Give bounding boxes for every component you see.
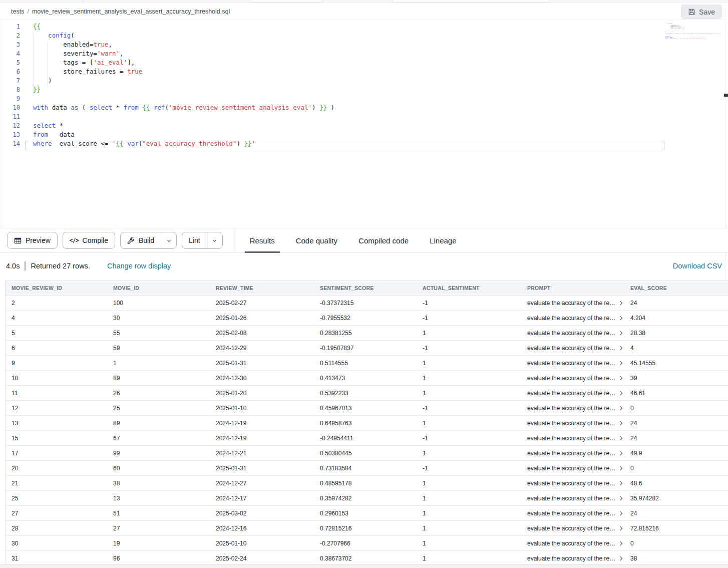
chevron-right-icon[interactable] [618,361,622,365]
file-header-bar: tests / movie_review_sentiment_analysis_… [0,3,728,20]
chevron-right-icon[interactable] [618,556,622,560]
table-cell: 1 [417,510,521,517]
table-row: 12252025-01-100.45967013-1evaluate the a… [6,401,728,416]
prompt-cell[interactable]: evaluate the accuracy of the res… [521,420,624,427]
prompt-cell[interactable]: evaluate the accuracy of the res… [521,345,624,352]
chevron-right-icon[interactable] [618,376,622,380]
table-header-row: MOVIE_REVIEW_ID MOVIE_ID REVIEW_TIME SEN… [6,280,728,296]
table-cell: 1 [417,375,521,382]
table-row: 30192025-01-10-0.27079661evaluate the ac… [6,536,728,551]
table-cell: 1 [417,450,521,457]
chevron-right-icon[interactable] [618,406,622,410]
prompt-cell[interactable]: evaluate the accuracy of the res… [521,525,624,532]
table-row: 28272024-12-160.728152161evaluate the ac… [6,521,728,536]
table-cell: 2025-03-02 [210,510,314,517]
code-line: 9 [0,94,334,103]
prompt-text: evaluate the accuracy of the res… [527,420,616,427]
prompt-cell[interactable]: evaluate the accuracy of the res… [521,555,624,562]
change-row-display-link[interactable]: Change row display [107,262,171,270]
vertical-scrollbar-thumb[interactable] [724,94,728,97]
horizontal-scrollbar[interactable] [0,564,728,568]
column-header-eval-score[interactable]: EVAL_SCORE [624,285,728,291]
table-cell: 2024-12-29 [210,345,314,352]
chevron-right-icon[interactable] [618,496,622,500]
table-row: 21382024-12-270.485951781evaluate the ac… [6,476,728,491]
code-line: 5 tags = ['ai_eval'], [0,58,334,67]
table-cell: -1 [417,435,521,442]
chevron-right-icon[interactable] [618,526,622,530]
table-cell: 2025-01-20 [210,390,314,397]
chevron-right-icon[interactable] [618,391,622,395]
table-cell: 2024-12-16 [210,525,314,532]
prompt-cell[interactable]: evaluate the accuracy of the res… [521,450,624,457]
column-header-prompt[interactable]: PROMPT [521,285,624,291]
tab-results[interactable]: Results [245,228,280,253]
table-cell: 4 [624,345,728,352]
table-cell: 31 [6,555,107,562]
table-cell: 30 [6,540,107,547]
prompt-cell[interactable]: evaluate the accuracy of the res… [521,540,624,547]
build-button[interactable]: Build [121,232,161,248]
wrench-icon [127,237,135,244]
column-header-actual-sentiment[interactable]: ACTUAL_SENTIMENT [417,285,521,291]
prompt-cell[interactable]: evaluate the accuracy of the res… [521,390,624,397]
build-dropdown[interactable] [161,232,176,248]
prompt-cell[interactable]: evaluate the accuracy of the res… [521,360,624,367]
table-row: 17992024-12-210.503804451evaluate the ac… [6,446,728,461]
column-header-movie-review-id[interactable]: MOVIE_REVIEW_ID [6,285,107,291]
tab-lineage[interactable]: Lineage [425,228,461,253]
column-header-sentiment-score[interactable]: SENTIMENT_SCORE [314,285,417,291]
chevron-right-icon[interactable] [618,346,622,350]
table-cell: 1 [417,360,521,367]
table-row: 25132024-12-170.359742821evaluate the ac… [6,491,728,506]
save-button[interactable]: Save [681,5,722,19]
column-header-movie-id[interactable]: MOVIE_ID [107,285,210,291]
column-header-review-time[interactable]: REVIEW_TIME [210,285,314,291]
table-cell: 51 [107,510,210,517]
prompt-cell[interactable]: evaluate the accuracy of the res… [521,300,624,307]
editor-minimap[interactable]: {{ config( enabled=true, severity='warn'… [665,22,724,225]
status-divider [25,261,26,270]
chevron-right-icon[interactable] [618,436,622,440]
prompt-cell[interactable]: evaluate the accuracy of the res… [521,315,624,322]
prompt-cell[interactable]: evaluate the accuracy of the res… [521,510,624,517]
chevron-right-icon[interactable] [618,481,622,485]
download-csv-link[interactable]: Download CSV [673,262,722,270]
table-cell: 2025-02-27 [210,300,314,307]
prompt-cell[interactable]: evaluate the accuracy of the res… [521,480,624,487]
table-cell: -0.7955532 [314,315,417,322]
lint-button[interactable]: Lint [182,232,207,248]
prompt-cell[interactable]: evaluate the accuracy of the res… [521,405,624,412]
code-line: 13from data [0,130,334,139]
prompt-cell[interactable]: evaluate the accuracy of the res… [521,465,624,472]
chevron-right-icon[interactable] [618,451,622,455]
sql-editor[interactable]: 1{{2 config(3 enabled=true,4 severity='w… [0,20,728,228]
table-cell: -1 [417,315,521,322]
breadcrumb-folder[interactable]: tests [11,8,24,15]
compile-button[interactable]: </> Compile [63,232,115,249]
build-button-label: Build [139,236,154,244]
table-row: 13892024-12-190.649587631evaluate the ac… [6,416,728,431]
tab-compiled-code[interactable]: Compiled code [353,228,414,253]
prompt-cell[interactable]: evaluate the accuracy of the res… [521,495,624,502]
table-cell: 27 [107,525,210,532]
chevron-right-icon[interactable] [618,316,622,320]
preview-button[interactable]: Preview [7,232,58,249]
prompt-cell[interactable]: evaluate the accuracy of the res… [521,330,624,337]
table-cell: 0.413473 [314,375,417,382]
table-cell: 72.815216 [624,525,728,532]
chevron-right-icon[interactable] [618,466,622,470]
prompt-cell[interactable]: evaluate the accuracy of the res… [521,375,624,382]
chevron-right-icon[interactable] [618,541,622,545]
chevron-right-icon[interactable] [618,331,622,335]
chevron-right-icon[interactable] [618,301,622,305]
chevron-right-icon[interactable] [618,421,622,425]
prompt-cell[interactable]: evaluate the accuracy of the res… [521,435,624,442]
code-area[interactable]: 1{{2 config(3 enabled=true,4 severity='w… [0,22,334,148]
tab-code-quality[interactable]: Code quality [291,228,342,253]
line-number: 6 [0,67,20,76]
prompt-text: evaluate the accuracy of the res… [527,345,616,352]
lint-dropdown[interactable] [207,232,222,248]
prompt-text: evaluate the accuracy of the res… [527,315,616,322]
chevron-right-icon[interactable] [618,511,622,515]
